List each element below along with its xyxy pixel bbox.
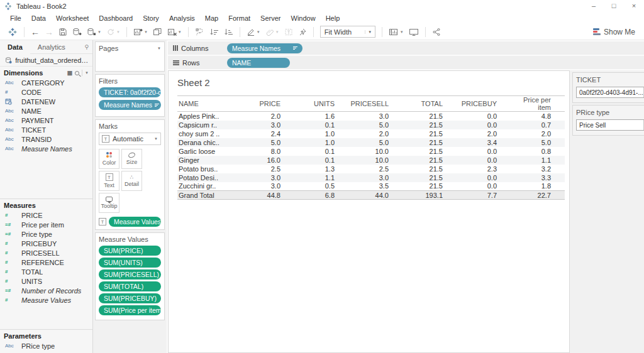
detail-button[interactable]: ∴ Detail [121,171,142,191]
refresh-icon[interactable]: ▼ [104,25,123,39]
filter-pill-ticket[interactable]: TICKET: 0a0f2f20-d.. [99,87,161,97]
value-cell[interactable]: 2.0 [240,112,294,121]
menu-map[interactable]: Map [200,14,223,22]
value-cell[interactable]: 2.3 [457,165,511,173]
value-cell[interactable]: 3.2 [511,165,565,173]
value-cell[interactable]: 0.5 [294,182,348,191]
menu-format[interactable]: Format [223,14,255,22]
field-pricebuy[interactable]: #PRICEBUY [0,239,92,248]
ticket-filter-select[interactable]: 0a0f2f20-d403-4d91-... ▼ [576,87,644,98]
price-type-parameter-select[interactable]: Price Sell ▼ [576,119,644,131]
tab-analytics[interactable]: Analytics [30,40,73,54]
value-cell[interactable]: 3.0 [240,173,294,182]
row-label[interactable]: Derana chic.. [177,138,240,147]
value-cell[interactable]: 1.0 [294,129,348,138]
value-cell[interactable]: 21.5 [402,138,457,147]
value-cell[interactable]: 3.0 [348,112,402,121]
minimize-icon[interactable]: – [584,0,604,13]
field-transid[interactable]: AbcTRANSID [0,134,92,144]
mv-pill-sum-price-per-item[interactable]: SUM(Price per item) [99,305,161,315]
value-cell[interactable]: 3.0 [240,182,294,191]
text-button[interactable]: T Text [99,171,119,191]
tooltip-button[interactable]: Tooltip [99,193,119,213]
menu-data[interactable]: Data [26,14,51,22]
value-cell[interactable]: 16.0 [240,156,294,165]
menu-file[interactable]: File [5,14,26,22]
mark-type-select[interactable]: T Automatic ▼ [99,133,161,145]
tableau-home-icon[interactable] [5,25,20,39]
sort-descending-icon[interactable] [221,25,236,39]
row-label[interactable]: Apples Pink.. [177,112,240,121]
pause-auto-updates-icon[interactable]: ▼ [84,25,104,39]
field-code[interactable]: #CODE [0,87,92,97]
value-cell[interactable]: 1.0 [294,138,348,147]
value-cell[interactable]: 0.0 [457,156,511,165]
menu-server[interactable]: Server [255,14,286,22]
dimensions-menu-caret-icon[interactable]: ▼ [85,71,89,75]
marks-pill-measure-values[interactable]: Measure Values [109,217,161,227]
value-cell[interactable]: 5.0 [240,138,294,147]
value-cell[interactable]: 44.0 [348,191,402,200]
row-label[interactable]: Garlic loose [177,147,240,156]
share-icon[interactable] [430,25,443,39]
field-datenew[interactable]: DATENEW [0,97,92,106]
row-label[interactable]: Ginger [177,156,240,165]
field-measure-values[interactable]: #Measure Values [0,295,92,305]
close-icon[interactable]: × [624,0,644,13]
value-cell[interactable]: 1.6 [294,112,348,121]
maximize-icon[interactable]: □ [604,0,624,13]
datasource-item[interactable]: fruithut_data_ordered_c... [0,54,92,67]
mv-pill-sum-pricebuy[interactable]: SUM(PRICEBUY) [99,293,161,303]
row-label[interactable]: Zucchini gr.. [177,182,240,191]
fix-axes-icon[interactable]: ▼ [263,25,282,39]
save-icon[interactable] [56,25,70,39]
view-data-icon[interactable]: ▦ [67,70,73,76]
value-cell[interactable]: 21.5 [402,147,457,156]
value-cell[interactable]: 5.0 [511,138,565,147]
value-cell[interactable]: 2.0 [457,129,511,138]
row-label[interactable]: Potato Desi.. [177,173,240,182]
show-hide-cards-icon[interactable]: ▼ [386,25,406,39]
fit-mode-select[interactable]: Fit Width ▼ [320,26,375,38]
column-header-pricebuy[interactable]: PRICEBUY [457,96,511,112]
menu-help[interactable]: Help [321,14,345,22]
column-header-price-per-item[interactable]: Price per item [511,96,565,112]
value-cell[interactable]: 21.5 [402,182,457,191]
value-cell[interactable]: 0.0 [457,121,511,129]
value-cell[interactable]: 0.0 [457,182,511,191]
row-label[interactable]: choy sum 2 .. [177,129,240,138]
value-cell[interactable]: 0.0 [457,173,511,182]
duplicate-sheet-icon[interactable] [150,25,165,39]
value-cell[interactable]: 0.7 [511,121,565,129]
field-name[interactable]: AbcNAME [0,106,92,116]
column-header-price[interactable]: PRICE [240,96,294,112]
columns-shelf[interactable]: Columns Measure Names [168,41,644,55]
presentation-mode-icon[interactable] [406,25,421,39]
menu-dashboard[interactable]: Dashboard [94,14,138,22]
rows-pill-name[interactable]: NAME [227,58,290,68]
value-cell[interactable]: 21.5 [402,165,457,173]
value-cell[interactable]: 21.5 [402,156,457,165]
value-cell[interactable]: 3.4 [457,138,511,147]
value-cell[interactable]: 3.3 [511,173,565,182]
rows-shelf[interactable]: Rows NAME [168,56,644,69]
value-cell[interactable]: 21.5 [402,121,457,129]
menu-analysis[interactable]: Analysis [164,14,200,22]
size-button[interactable]: Size [121,149,142,169]
new-worksheet-icon[interactable]: ▼ [131,25,150,39]
column-header-name[interactable]: NAME [177,96,240,112]
value-cell[interactable]: 21.5 [402,129,457,138]
field-measure-names[interactable]: AbcMeasure Names [0,144,92,153]
value-cell[interactable]: 4.8 [511,112,565,121]
value-cell[interactable]: 1.1 [294,173,348,182]
value-cell[interactable]: 0.0 [457,112,511,121]
value-cell[interactable]: 3.5 [348,182,402,191]
column-header-units[interactable]: UNITS [294,96,348,112]
tab-data[interactable]: Data [0,40,30,54]
field-reference[interactable]: #REFERENCE [0,258,92,267]
value-cell[interactable]: 2.5 [240,165,294,173]
row-label[interactable]: Capsicum r.. [177,121,240,129]
mv-pill-sum-pricesell[interactable]: SUM(PRICESELL) [99,269,161,280]
value-cell[interactable]: 2.0 [511,129,565,138]
value-cell[interactable]: 7.7 [457,191,511,200]
